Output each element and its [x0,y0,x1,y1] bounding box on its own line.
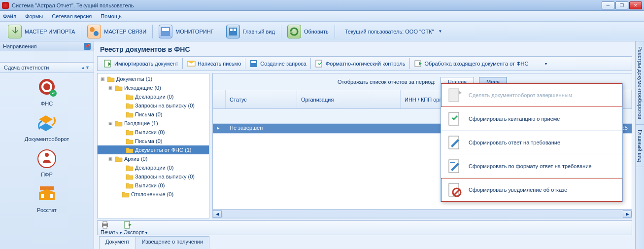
import-wizard-button[interactable]: МАСТЕР ИМПОРТА [3,22,80,41]
main-toolbar: МАСТЕР ИМПОРТА МАСТЕР СВЯЗИ МОНИТОРИНГ Г… [0,22,644,41]
page-title: Реестр документов в ФНС [94,41,635,55]
svg-rect-13 [41,194,44,198]
left-panel-header: Направления 📌 [0,41,94,51]
docflow-icon [36,112,58,134]
menu-item-format-answer[interactable]: Сформировать по формату ответ на требова… [441,154,622,178]
svg-rect-22 [103,221,107,224]
fns-icon [36,77,58,99]
chevron-down-icon: ▾ [545,62,547,66]
sidebar-item-doc-flow[interactable]: Документооборот [0,112,94,142]
format-answer-icon [446,158,463,175]
sub-toolbar: Импортировать документ Написать письмо С… [97,56,632,71]
answer-icon [446,134,463,151]
document-tree[interactable]: ▣Документы (1) ▣Исходящие (0) Декларации… [97,73,209,218]
svg-rect-14 [50,194,53,198]
monitoring-button[interactable]: МОНИТОРИНГ [154,22,219,41]
svg-point-11 [38,150,56,168]
vtab-main-view[interactable]: Главный вид [636,125,644,167]
close-button[interactable]: ✕ [629,1,642,9]
envelope-icon [187,59,196,68]
svg-rect-23 [103,226,107,228]
svg-rect-5 [230,29,233,31]
process-incoming-button[interactable]: Обработка входящего документа от ФНС▾ [410,57,551,70]
tab-notification[interactable]: Извещение о получении [136,236,209,249]
maximize-button[interactable]: ❐ [615,1,628,9]
incoming-icon [414,59,423,68]
svg-rect-3 [162,28,169,31]
print-button[interactable]: Печать▾ [101,220,122,235]
tree-node-selected[interactable]: Документы от ФНС (1) [98,145,209,154]
complete-icon [446,87,463,104]
export-button[interactable]: Экспорт▾ [124,220,147,235]
current-user-dropdown[interactable]: Текущий пользователь: ООО "ОТК"▼ [336,22,447,41]
export-icon [124,220,133,229]
printer-icon [101,220,109,229]
menu-item-refuse[interactable]: Сформировать уведомление об отказе [441,178,622,202]
menu-item-answer[interactable]: Сформировать ответ на требование [441,131,622,154]
minimize-button[interactable]: ─ [602,1,614,9]
scroll-left-icon[interactable]: ◀ [213,210,222,218]
import-doc-button[interactable]: Импортировать документ [100,57,182,70]
format-check-button[interactable]: Форматно-логический контроль [311,57,409,70]
refresh-button[interactable]: Обновить [282,22,334,41]
column-status[interactable]: Статус [226,90,297,108]
vtab-registries[interactable]: Реестры документооборотов [636,41,644,125]
import-doc-icon [103,59,112,68]
title-bar: Система "Астрал Отчет". Текущий пользова… [0,0,644,11]
tab-document[interactable]: Документ [99,236,136,249]
svg-point-0 [90,27,95,32]
refuse-icon [446,181,463,198]
sidebar-item-rosstat[interactable]: Росстат [0,183,94,213]
home-icon [226,25,240,38]
rosstat-icon [36,183,58,205]
window-title: Система "Астрал Отчет". Текущий пользова… [12,2,602,8]
app-icon [2,2,9,9]
window-buttons: ─ ❐ ✕ [602,1,642,9]
sidebar-item-fns[interactable]: ФНС [0,77,94,107]
horizontal-scrollbar[interactable]: ◀ ▶ [213,209,632,218]
svg-rect-29 [450,162,455,163]
column-org[interactable]: Организация [297,90,401,108]
menu-item-receipt[interactable]: Сформировать квитанцию о приеме [441,107,622,131]
check-icon [315,59,324,68]
svg-point-1 [94,31,99,36]
main-view-button[interactable]: Главный вид [221,22,280,41]
detail-tabs: Документ Извещение о получении [94,236,635,249]
menu-item-complete[interactable]: Сделать документооборот завершенным [441,83,622,107]
import-icon [8,25,22,38]
receipt-icon [446,110,463,127]
refresh-icon [287,25,301,38]
scroll-right-icon[interactable]: ▶ [623,210,632,218]
svg-rect-6 [234,29,236,31]
right-tabs: Реестры документооборотов Главный вид [635,41,644,249]
chevron-up-down-icon: ▲▼ [81,65,90,70]
incoming-dropdown-menu: Сделать документооборот завершенным Сфор… [441,83,623,202]
svg-rect-18 [251,61,256,63]
left-panel: Направления 📌 Сдача отчетности ▲▼ ФНС До… [0,41,94,249]
sidebar-item-pfr[interactable]: ПФР [0,148,94,178]
menu-network[interactable]: Сетевая версия [52,13,92,19]
menu-help[interactable]: Помощь [101,13,122,19]
pfr-icon [36,148,58,170]
svg-point-9 [43,83,50,90]
chevron-down-icon: ▼ [439,29,442,34]
bottom-toolbar: Печать▾ Экспорт▾ [97,220,632,235]
monitoring-icon [159,25,172,38]
request-icon [249,59,258,68]
svg-rect-25 [449,89,459,102]
menu-forms[interactable]: Формы [25,13,43,19]
link-icon [87,25,101,38]
write-letter-button[interactable]: Написать письмо [183,57,245,70]
left-items: ФНС Документооборот ПФР Росстат [0,73,94,249]
menu-bar: Файл Формы Сетевая версия Помощь [0,11,644,22]
menu-file[interactable]: Файл [3,13,16,19]
left-section-header[interactable]: Сдача отчетности ▲▼ [0,62,94,73]
create-request-button[interactable]: Создание запроса [245,57,310,70]
pin-icon[interactable]: 📌 [84,43,91,50]
link-wizard-button[interactable]: МАСТЕР СВЯЗИ [82,22,151,41]
